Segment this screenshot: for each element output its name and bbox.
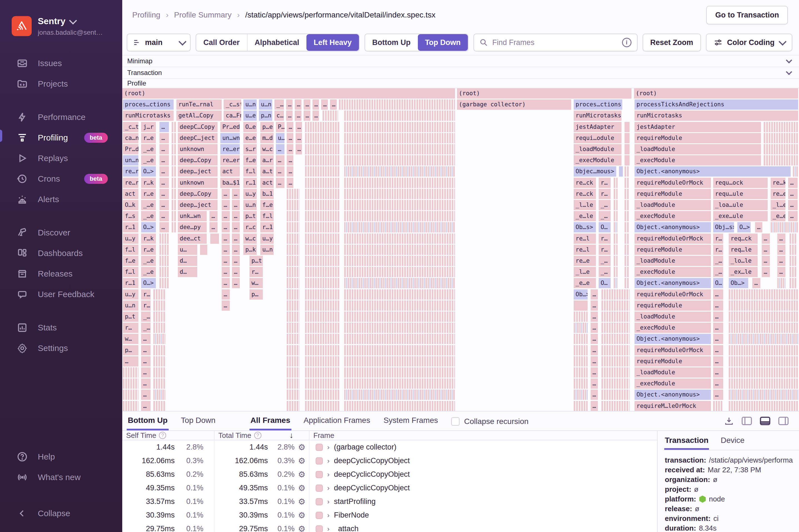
flame-frame[interactable]: … <box>222 256 230 266</box>
flame-frame[interactable]: f…l <box>260 211 274 221</box>
layout-left-icon[interactable] <box>741 416 752 426</box>
flame-frame[interactable]: _e…le <box>574 211 596 221</box>
flame-frame-cluster[interactable] <box>789 233 797 244</box>
flame-frame-cluster[interactable] <box>601 401 630 411</box>
flame-frame[interactable]: _loadModule <box>574 144 621 154</box>
color-coding-button[interactable]: Color Coding <box>706 34 792 51</box>
flame-frame[interactable]: re…ck <box>574 178 596 188</box>
flame-frame[interactable]: _execModule <box>634 267 711 277</box>
flame-frame-cluster[interactable] <box>305 401 339 411</box>
flame-frame-cluster[interactable] <box>172 144 176 154</box>
flame-frame[interactable]: r…1 <box>123 278 138 288</box>
flame-frame[interactable]: _… <box>599 211 611 221</box>
flame-frame[interactable]: … <box>232 267 240 277</box>
flame-frame[interactable]: … <box>160 144 169 154</box>
flame-frame[interactable]: … <box>777 245 785 255</box>
layout-right-icon[interactable] <box>778 416 789 426</box>
flame-frame[interactable]: p…t <box>243 211 257 221</box>
flame-frame-cluster[interactable] <box>305 200 339 210</box>
flame-frame[interactable]: Ob…> <box>574 289 588 300</box>
flame-frame-cluster[interactable] <box>614 267 618 277</box>
sidebar-item-what-s-new[interactable]: What's new <box>0 467 122 488</box>
flame-frame[interactable]: r… <box>713 233 723 244</box>
flame-frame-cluster[interactable] <box>153 323 165 333</box>
flame-frame[interactable]: f…l <box>243 166 257 176</box>
flame-frame[interactable]: p…t <box>123 311 138 322</box>
flame-frame[interactable]: requireModuleOrMock <box>634 345 711 356</box>
flame-frame-cluster[interactable] <box>574 367 588 378</box>
flame-frame[interactable]: … <box>591 311 598 322</box>
flame-frame[interactable]: r… <box>123 323 138 333</box>
flame-frame[interactable]: requ…ock <box>713 178 768 188</box>
flame-frame-cluster[interactable] <box>287 390 299 400</box>
flame-frame-cluster[interactable] <box>344 401 455 411</box>
flame-frame-cluster[interactable] <box>614 278 618 288</box>
flame-frame[interactable]: proces…ctions <box>123 99 173 110</box>
flame-frame[interactable]: P… <box>276 122 284 132</box>
flame-frame[interactable]: … <box>232 245 240 255</box>
flame-frame[interactable]: … <box>762 267 770 277</box>
flame-frame[interactable]: un…wn <box>220 133 240 143</box>
flame-frame[interactable]: … <box>752 278 760 288</box>
flame-frame[interactable]: Object.<anonymous> <box>634 166 791 176</box>
flame-frame[interactable]: … <box>713 323 723 333</box>
flame-frame[interactable]: Pr…ed <box>220 122 240 132</box>
flame-frame-cluster[interactable] <box>614 189 618 199</box>
flame-frame-cluster[interactable] <box>614 211 618 221</box>
flame-frame[interactable]: d… <box>178 267 197 277</box>
flame-frame[interactable]: … <box>762 233 770 244</box>
flame-frame[interactable]: runMicrotasks <box>123 111 173 121</box>
flame-frame[interactable]: … <box>713 378 723 389</box>
flame-frame-cluster[interactable] <box>789 267 797 277</box>
flame-frame-cluster[interactable] <box>729 356 798 366</box>
flame-frame[interactable]: p… <box>123 345 138 356</box>
flame-frame-cluster[interactable] <box>614 200 618 210</box>
flame-frame[interactable]: re…er <box>220 155 240 166</box>
flame-frame-cluster[interactable] <box>287 256 299 266</box>
flame-frame-cluster[interactable] <box>305 323 339 333</box>
flame-frame[interactable]: _c…t <box>123 122 138 132</box>
flame-frame-cluster[interactable] <box>305 356 339 366</box>
flame-frame[interactable]: … <box>232 200 240 210</box>
flame-frame[interactable]: … <box>287 133 293 143</box>
flame-frame[interactable]: d… <box>178 256 197 266</box>
flame-frame-cluster[interactable] <box>172 122 176 132</box>
flame-frame-cluster[interactable] <box>153 401 165 411</box>
flame-frame-cluster[interactable] <box>305 155 339 166</box>
flame-frame[interactable]: … <box>591 345 598 356</box>
flame-frame[interactable]: requireModule <box>634 245 711 255</box>
flame-frame-cluster[interactable] <box>172 211 176 221</box>
flame-frame-cluster[interactable] <box>625 245 630 255</box>
flame-frame-cluster[interactable] <box>287 311 299 322</box>
minimap-section-header[interactable]: Minimap <box>122 55 799 66</box>
flame-frame[interactable]: requireModule <box>634 189 711 199</box>
flame-frame-cluster[interactable] <box>305 166 339 176</box>
flame-frame[interactable]: … <box>287 122 293 132</box>
flame-frame[interactable]: … <box>713 289 723 300</box>
flame-frame-cluster[interactable] <box>601 289 630 300</box>
flame-frame[interactable]: un…n <box>123 155 138 166</box>
flame-frame[interactable]: … <box>295 99 301 110</box>
flame-frame[interactable]: runMicrotasks <box>634 111 798 121</box>
flame-frame[interactable]: dee…ct <box>178 233 207 244</box>
flame-frame[interactable]: r… <box>599 178 611 188</box>
flame-frame-cluster[interactable] <box>305 133 339 143</box>
flame-frame-cluster[interactable] <box>625 267 630 277</box>
flame-frame-cluster[interactable] <box>601 367 630 378</box>
flame-frame[interactable]: (root) <box>634 88 798 99</box>
org-switcher[interactable]: Sentry jonas.badalic@sent… <box>0 0 122 36</box>
flame-frame-cluster[interactable] <box>305 289 339 300</box>
flame-frame[interactable]: … <box>762 256 770 266</box>
frame-header[interactable]: Frame <box>310 431 657 440</box>
flame-frame[interactable]: Ob…> <box>729 278 748 288</box>
flame-frame[interactable]: u…y <box>243 189 257 199</box>
flame-frame[interactable]: … <box>160 122 169 132</box>
flame-frame-cluster[interactable] <box>625 178 630 188</box>
flame-frame[interactable]: Object.<anonymous> <box>634 222 711 232</box>
flame-frame[interactable]: … <box>591 323 598 333</box>
flame-frame-cluster[interactable] <box>764 144 798 154</box>
flame-frame-cluster[interactable] <box>287 245 299 255</box>
table-row[interactable]: 49.35ms0.1%49.35ms0.1%⚙›deepCyclicCopyOb… <box>122 481 657 495</box>
flame-frame[interactable]: _… <box>713 256 723 266</box>
flame-frame[interactable]: _exe…ule <box>713 211 768 221</box>
